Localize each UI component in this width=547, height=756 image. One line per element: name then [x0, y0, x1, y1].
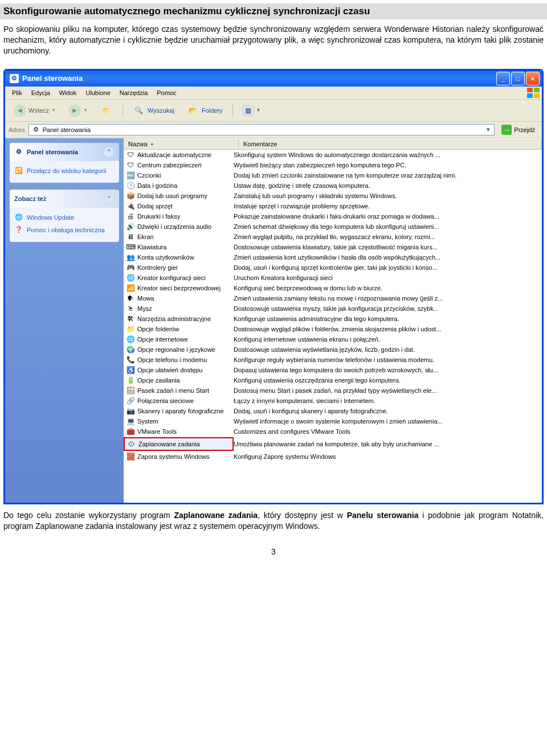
item-comment: Konfiguruje ustawienia administracyjne d… [234, 315, 542, 322]
search-button[interactable]: 🔍 Wyszukaj [128, 102, 179, 119]
control-panel-item[interactable]: 📶Kreator sieci bezprzewodowejKonfiguruj … [124, 283, 542, 293]
menu-pomoc[interactable]: Pomoc [152, 88, 181, 97]
control-panel-item[interactable]: 📁Opcje folderówDostosowuje wygląd plików… [124, 324, 542, 334]
control-panel-item[interactable]: 🛡Centrum zabezpieczeńWyświetl bieżący st… [124, 160, 542, 170]
item-name: Aktualizacje automatyczne [137, 151, 211, 158]
control-panel-item[interactable]: ♿Opcje ułatwień dostępuDopasuj ustawieni… [124, 365, 542, 375]
control-panel-item[interactable]: 📦Dodaj lub usuń programyZainstaluj lub u… [124, 191, 542, 201]
control-panel-icon: ⚙ [31, 125, 40, 134]
address-bar: Adres ⚙ Panel sterowania ▾ → Przejdź [5, 122, 542, 138]
menu-ulubione[interactable]: Ulubione [81, 88, 115, 97]
control-panel-item[interactable]: ⌨KlawiaturaDostosowuje ustawienia klawia… [124, 242, 542, 252]
control-panel-item[interactable]: 🔊Dźwięki i urządzenia audioZmień schemat… [124, 221, 542, 232]
sidebar-link-windows-update[interactable]: 🌐 Windows Update [14, 211, 115, 224]
search-icon: 🔍 [133, 104, 145, 117]
item-name: Dźwięki i urządzenia audio [137, 223, 211, 230]
item-icon: 🖥 [126, 232, 135, 241]
control-panel-item[interactable]: 🪟Pasek zadań i menu StartDostosuj menu S… [124, 385, 542, 396]
rows-container: 🛡Aktualizacje automatyczneSkonfiguruj sy… [124, 150, 542, 462]
control-panel-item[interactable]: 🧱Zapora systemu WindowsKonfiguruj Zaporę… [124, 451, 542, 462]
window-titlebar: ⚙ Panel sterowania _ □ × [5, 71, 542, 87]
menu-edycja[interactable]: Edycja [27, 88, 55, 97]
address-dropdown-icon[interactable]: ▾ [485, 126, 492, 133]
item-name: VMware Tools [137, 428, 177, 435]
window-title: ⚙ Panel sterowania [10, 74, 495, 83]
sidebar-link-category-view[interactable]: 🔁 Przełącz do widoku kategorii [14, 165, 115, 177]
up-button[interactable]: 📁 [95, 102, 118, 119]
column-name[interactable]: Nazwa ▲ [124, 139, 239, 149]
navigation-toolbar: ◄ Wstecz ▼ ► ▼ 📁 🔍 Wyszukaj 📂 Foldery ▦ … [5, 100, 542, 122]
folders-icon: 📂 [187, 104, 199, 117]
item-name: Opcje telefonu i modemu [137, 356, 207, 363]
forward-button[interactable]: ► ▼ [63, 102, 93, 119]
control-panel-item[interactable]: 🔌Dodaj sprzętInstaluje sprzęt i rozwiązu… [124, 201, 542, 211]
control-panel-item[interactable]: 🌐Kreator konfiguracji sieciUruchom Kreat… [124, 273, 542, 283]
sidebar-panel-header[interactable]: Zobacz też ⌃ [10, 190, 119, 208]
control-panel-item[interactable]: 🔋Opcje zasilaniaKonfiguruj ustawienia os… [124, 375, 542, 385]
go-button[interactable]: → Przejdź [498, 124, 538, 136]
item-comment: Łączy z innymi komputerami, sieciami i I… [234, 397, 542, 404]
menu-plik[interactable]: Plik [7, 88, 27, 97]
item-icon: 💻 [126, 417, 135, 426]
control-panel-item[interactable]: 🕒Data i godzinaUstaw datę, godzinę i str… [124, 180, 542, 191]
item-icon: 🌐 [126, 335, 135, 344]
item-icon: 🔤 [126, 171, 135, 180]
collapse-icon[interactable]: ⌃ [103, 193, 115, 204]
control-panel-item[interactable]: 🌐Opcje internetoweKonfiguruj internetowe… [124, 334, 542, 344]
back-button[interactable]: ◄ Wstecz ▼ [9, 102, 61, 119]
control-panel-item[interactable]: 🖨Drukarki i faksyPokazuje zainstalowane … [124, 211, 542, 221]
item-comment: Zainstaluj lub usuń programy i składniki… [234, 192, 542, 199]
svg-rect-3 [534, 93, 540, 98]
sidebar-panel-seealso: Zobacz też ⌃ 🌐 Windows Update ❓ Pomoc i … [10, 190, 119, 242]
separator [123, 104, 123, 117]
address-combo[interactable]: ⚙ Panel sterowania ▾ [28, 124, 495, 135]
item-name: Opcje regionalne i językowe [137, 346, 215, 353]
control-panel-item[interactable]: 🔗Połączenia siecioweŁączy z innymi kompu… [124, 396, 542, 406]
item-comment: Wyświetl informacje o swoim systemie kom… [234, 418, 542, 425]
item-name: Drukarki i faksy [137, 213, 180, 220]
explorer-window: ⚙ Panel sterowania _ □ × Plik Edycja Wid… [3, 69, 544, 504]
control-panel-item[interactable]: 📞Opcje telefonu i modemuKonfiguruje regu… [124, 355, 542, 365]
item-name: Czcionki [137, 172, 161, 179]
menu-widok[interactable]: Widok [55, 88, 81, 97]
menu-narzedzia[interactable]: Narzędzia [115, 88, 153, 97]
doc-intro: Po skopiowaniu pliku na komputer, któreg… [0, 24, 547, 63]
control-panel-item[interactable]: 🗣MowaZmień ustawienia zamiany tekstu na … [124, 293, 542, 303]
views-button[interactable]: ▦ ▼ [238, 103, 266, 118]
control-panel-item[interactable]: ⏲Zaplanowane zadaniaUmożliwia planowanie… [124, 437, 542, 451]
item-comment: Instaluje sprzęt i rozwiązuje problemy s… [234, 203, 542, 209]
control-panel-item[interactable]: 🛡Aktualizacje automatyczneSkonfiguruj sy… [124, 150, 542, 160]
minimize-button[interactable]: _ [496, 72, 510, 85]
control-panel-item[interactable]: 💻SystemWyświetl informacje o swoim syste… [124, 416, 542, 426]
control-panel-item[interactable]: 🎮Kontrolery gierDodaj, usuń i konfiguruj… [124, 262, 542, 273]
item-icon: 📞 [126, 355, 135, 364]
control-panel-item[interactable]: 🛠Narzędzia administracyjneKonfiguruje us… [124, 314, 542, 324]
item-icon: ⌨ [126, 243, 135, 252]
control-panel-item[interactable]: 🖱MyszDostosowuje ustawienia myszy, takie… [124, 303, 542, 314]
search-label: Wyszukaj [148, 107, 174, 114]
column-comment[interactable]: Komentarze [239, 139, 542, 149]
item-icon: 🌍 [126, 345, 135, 354]
control-panel-item[interactable]: 👥Konta użytkownikówZmień ustawienia kont… [124, 252, 542, 262]
collapse-icon[interactable]: ⌃ [103, 146, 115, 158]
item-comment: Dostosuj menu Start i pasek zadań, na pr… [234, 387, 542, 394]
item-comment: Umożliwia planowanie zadań na komputerze… [234, 441, 542, 447]
item-icon: 🔌 [126, 202, 135, 211]
item-comment: Konfiguruj ustawienia oszczędzania energ… [234, 377, 542, 384]
item-name: Opcje ułatwień dostępu [137, 367, 202, 373]
folder-up-icon: 📁 [100, 104, 113, 117]
item-name: Mowa [137, 295, 154, 302]
item-icon: 🎮 [126, 263, 135, 272]
control-panel-item[interactable]: 🔤CzcionkiDodaj lub zmień czcionki zainst… [124, 170, 542, 180]
close-button[interactable]: × [526, 72, 540, 85]
control-panel-item[interactable]: 🖥EkranZmień wygląd pulpitu, na przykład … [124, 232, 542, 242]
control-panel-item[interactable]: 🧰VMware ToolsCustomizes and configures V… [124, 426, 542, 437]
control-panel-item[interactable]: 🌍Opcje regionalne i językoweDostosowuje … [124, 344, 542, 355]
item-comment: Dostosowuje ustawienia myszy, takie jak … [234, 305, 542, 312]
folders-button[interactable]: 📂 Foldery [182, 102, 228, 119]
control-panel-item[interactable]: 📷Skanery i aparaty fotograficzneDodaj, u… [124, 406, 542, 416]
sidebar-link-help[interactable]: ❓ Pomoc i obsługa techniczna [14, 224, 115, 236]
sidebar-panel-header[interactable]: ⚙ Panel sterowania ⌃ [10, 143, 119, 161]
item-name: Kreator konfiguracji sieci [137, 274, 206, 281]
maximize-button[interactable]: □ [511, 72, 525, 85]
